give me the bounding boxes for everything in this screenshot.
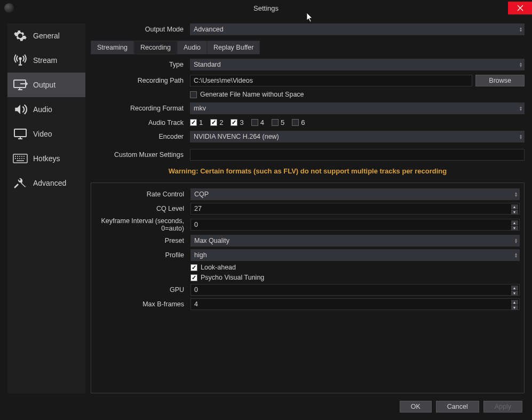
monitor-icon [13,126,28,141]
cq-level-input[interactable]: 27 ▴▾ [190,203,520,215]
audio-track-label: Audio Track [91,119,187,126]
chevron-updown-icon: ▴▾ [515,192,517,197]
recording-path-input[interactable]: C:\Users\me\Videos [190,75,472,86]
audio-track-6-checkbox[interactable] [292,119,299,126]
close-button[interactable] [508,2,532,14]
preset-select[interactable]: Max Quality ▴▾ [190,235,520,247]
preset-value: Max Quality [194,237,229,244]
generate-no-space-checkbox[interactable] [190,91,197,98]
browse-button[interactable]: Browse [475,75,525,86]
sidebar-item-video[interactable]: Video [7,122,85,146]
cancel-button[interactable]: Cancel [436,401,479,413]
output-tabs: Streaming Recording Audio Replay Buffer [91,41,525,54]
audio-track-5-checkbox[interactable] [272,119,279,126]
titlebar: Settings [0,0,532,16]
track-label: 4 [260,118,264,126]
sidebar-item-stream[interactable]: Stream [7,48,85,73]
audio-track-1-checkbox[interactable] [190,119,197,126]
track-label: 6 [301,118,305,126]
output-mode-label: Output Mode [91,26,187,33]
recording-format-value: mkv [194,105,206,112]
apply-button[interactable]: Apply [483,401,522,413]
spin-up[interactable]: ▴ [511,286,518,290]
lookahead-checkbox[interactable] [190,264,197,271]
warning-text: Warning: Certain formats (such as FLV) d… [91,165,525,177]
spin-up[interactable]: ▴ [511,204,518,209]
audio-track-4-checkbox[interactable] [251,119,258,126]
sidebar-item-label: Output [33,81,55,89]
encoder-select[interactable]: NVIDIA NVENC H.264 (new) ▴▾ [190,131,525,142]
gpu-label: GPU [91,286,187,294]
type-label: Type [91,61,187,68]
window-title: Settings [253,4,279,12]
track-label: 1 [199,118,203,126]
spin-up[interactable]: ▴ [511,220,518,225]
rate-control-label: Rate Control [91,191,187,198]
output-icon [13,77,28,92]
encoder-settings-panel: Rate Control CQP ▴▾ CQ Level 27 ▴▾ Keyfr… [91,183,525,393]
generate-no-space-label: Generate File Name without Space [200,91,304,98]
sidebar-item-label: General [33,31,60,40]
chevron-updown-icon: ▴▾ [520,27,522,32]
audio-track-2-checkbox[interactable] [210,119,217,126]
tab-streaming[interactable]: Streaming [91,41,134,54]
rate-control-select[interactable]: CQP ▴▾ [190,188,520,200]
recording-format-label: Recording Format [91,105,187,112]
psycho-checkbox[interactable] [190,274,197,281]
keyframe-input[interactable]: 0 ▴▾ [190,219,520,231]
preset-label: Preset [91,237,187,244]
close-icon [517,5,523,11]
sidebar-item-label: Advanced [33,179,66,187]
track-label: 2 [219,118,223,126]
muxer-input[interactable] [190,149,525,161]
type-select[interactable]: Standard ▴▾ [190,59,525,70]
keyboard-icon [13,151,28,166]
tab-audio[interactable]: Audio [177,41,207,54]
sidebar-item-audio[interactable]: Audio [7,97,85,122]
sidebar-item-label: Hotkeys [33,154,60,163]
profile-value: high [194,251,207,259]
gpu-input[interactable]: 0 ▴▾ [190,284,520,296]
type-value: Standard [194,61,221,68]
keyframe-label: Keyframe Interval (seconds, 0=auto) [91,217,187,232]
track-label: 5 [281,118,284,126]
tab-replay-buffer[interactable]: Replay Buffer [207,41,260,54]
spin-down[interactable]: ▾ [511,291,518,296]
sidebar-item-general[interactable]: General [7,23,85,48]
antenna-icon [13,53,28,68]
sidebar-item-hotkeys[interactable]: Hotkeys [7,146,85,171]
profile-select[interactable]: high ▴▾ [190,249,520,261]
rate-control-value: CQP [194,191,209,198]
sidebar: General Stream Output Audio Video [7,23,85,393]
svg-rect-2 [14,129,26,137]
chevron-updown-icon: ▴▾ [515,238,517,243]
sidebar-item-output[interactable]: Output [7,73,85,97]
encoder-value: NVIDIA NVENC H.264 (new) [194,133,279,140]
psycho-label: Psycho Visual Tuning [201,274,264,281]
chevron-updown-icon: ▴▾ [520,106,522,111]
sidebar-item-label: Video [33,130,52,138]
spin-down[interactable]: ▾ [511,210,518,215]
dialog-footer: OK Cancel Apply [0,393,532,420]
chevron-updown-icon: ▴▾ [520,62,522,67]
audio-track-3-checkbox[interactable] [231,119,237,126]
sidebar-item-label: Stream [33,56,57,65]
main-panel: Output Mode Advanced ▴▾ Streaming Record… [91,23,525,393]
tools-icon [13,176,28,191]
tab-recording[interactable]: Recording [134,41,177,54]
output-mode-select[interactable]: Advanced ▴▾ [190,23,525,35]
sidebar-item-label: Audio [33,105,52,114]
encoder-label: Encoder [91,133,187,140]
speaker-icon [13,102,28,117]
bframes-label: Max B-frames [91,300,187,308]
bframes-input[interactable]: 4 ▴▾ [190,298,520,310]
spin-down[interactable]: ▾ [511,305,518,310]
app-icon [4,3,14,13]
sidebar-item-advanced[interactable]: Advanced [7,171,85,195]
spin-down[interactable]: ▾ [511,226,518,231]
ok-button[interactable]: OK [400,401,432,413]
track-label: 3 [240,118,243,126]
profile-label: Profile [91,251,187,259]
recording-format-select[interactable]: mkv ▴▾ [190,102,525,114]
spin-up[interactable]: ▴ [511,300,518,305]
